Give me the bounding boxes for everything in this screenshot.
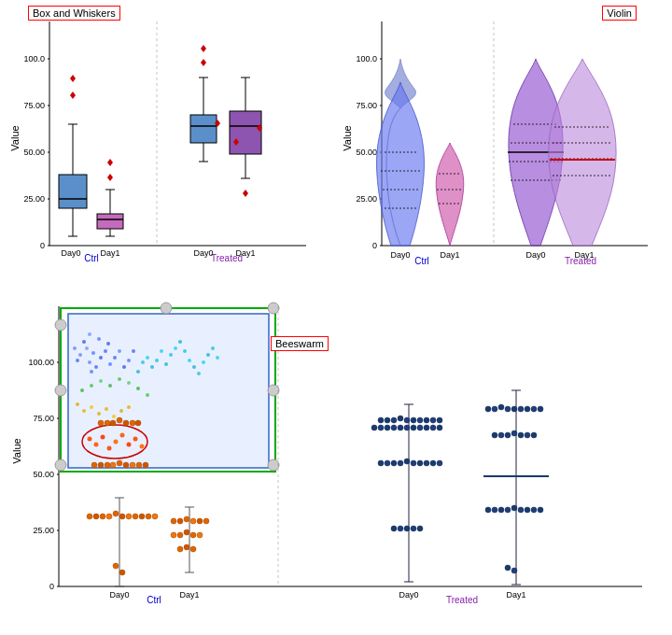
svg-text:Ctrl: Ctrl	[414, 256, 429, 266]
svg-text:100.00: 100.00	[28, 358, 54, 367]
svg-point-151	[119, 409, 123, 413]
svg-point-282	[492, 507, 497, 513]
svg-text:Day0: Day0	[390, 250, 410, 260]
svg-point-255	[437, 460, 442, 466]
svg-point-253	[424, 460, 429, 466]
svg-point-271	[525, 406, 530, 412]
violin-svg: Value 0 25.00 50.00 75.00 100.0	[340, 7, 666, 283]
violin-panel: Violin Value 0 25.00 50.00 75.00 100.0	[332, 0, 672, 289]
svg-point-118	[132, 349, 135, 353]
svg-point-198	[146, 514, 151, 519]
svg-point-238	[391, 425, 397, 430]
svg-point-236	[378, 425, 384, 430]
svg-point-233	[430, 417, 436, 423]
svg-point-154	[88, 437, 92, 442]
svg-point-281	[485, 507, 491, 513]
svg-point-108	[108, 362, 112, 366]
svg-point-149	[105, 407, 108, 411]
svg-point-129	[183, 349, 187, 353]
svg-point-148	[97, 412, 101, 416]
svg-point-125	[164, 362, 168, 366]
svg-point-139	[99, 379, 103, 383]
svg-point-266	[492, 406, 497, 412]
svg-point-119	[136, 370, 140, 374]
svg-point-109	[113, 356, 117, 360]
svg-marker-41	[243, 190, 248, 197]
svg-point-161	[133, 437, 138, 442]
svg-point-133	[202, 360, 205, 364]
svg-point-276	[505, 432, 511, 438]
svg-point-247	[385, 460, 390, 466]
svg-point-213	[184, 529, 189, 535]
svg-point-229	[404, 417, 410, 423]
svg-point-280	[531, 432, 537, 438]
svg-point-144	[146, 393, 149, 397]
svg-point-214	[190, 532, 196, 538]
svg-point-209	[197, 518, 203, 524]
beeswarm-svg: Value 0 25.00 50.00 75.00 100.00	[7, 297, 661, 628]
svg-text:25.00: 25.00	[356, 194, 377, 204]
svg-point-275	[498, 432, 504, 438]
svg-point-287	[525, 507, 530, 513]
svg-point-277	[511, 430, 517, 436]
svg-point-191	[100, 514, 105, 519]
svg-marker-24	[107, 159, 113, 166]
svg-marker-34	[201, 45, 206, 52]
svg-point-274	[492, 432, 497, 438]
svg-point-100	[94, 365, 98, 369]
svg-point-252	[417, 460, 423, 466]
svg-point-188	[143, 462, 148, 468]
svg-point-179	[135, 420, 141, 426]
svg-point-218	[190, 546, 196, 552]
box-whiskers-svg: Value 0 25.00 50.00 75.00 100.0	[7, 7, 325, 283]
svg-point-177	[123, 420, 129, 426]
svg-point-122	[150, 365, 154, 369]
svg-point-272	[531, 406, 537, 412]
svg-text:Day0: Day0	[193, 248, 213, 258]
svg-point-288	[531, 507, 537, 513]
svg-text:Day0: Day0	[109, 590, 129, 600]
svg-point-286	[518, 507, 524, 513]
svg-point-182	[105, 462, 110, 468]
svg-point-159	[120, 433, 125, 438]
svg-text:Day1: Day1	[574, 250, 594, 260]
svg-point-176	[117, 417, 122, 423]
svg-point-99	[90, 370, 93, 374]
svg-point-114	[76, 359, 79, 362]
svg-text:Day1: Day1	[506, 590, 525, 600]
svg-point-180	[91, 462, 97, 468]
svg-rect-31	[190, 115, 217, 143]
svg-point-175	[110, 420, 116, 426]
svg-text:75.00: 75.00	[23, 101, 45, 110]
svg-point-241	[411, 425, 416, 430]
box-whiskers-title: Box and Whiskers	[28, 6, 120, 21]
svg-point-102	[99, 356, 103, 360]
svg-point-158	[114, 440, 119, 444]
svg-point-207	[184, 516, 189, 522]
svg-point-104	[85, 346, 89, 350]
svg-point-265	[485, 406, 491, 412]
svg-point-131	[192, 365, 196, 369]
svg-point-250	[404, 459, 410, 464]
svg-text:0: 0	[40, 241, 45, 250]
svg-text:75.00: 75.00	[33, 414, 54, 423]
svg-point-244	[430, 425, 436, 430]
svg-point-195	[126, 514, 132, 519]
svg-point-206	[177, 518, 183, 524]
svg-marker-18	[70, 92, 76, 99]
svg-text:25.00: 25.00	[23, 194, 45, 204]
svg-point-167	[268, 303, 279, 314]
svg-point-216	[177, 546, 183, 552]
svg-point-243	[424, 425, 429, 430]
svg-point-138	[90, 384, 93, 388]
svg-text:Ctrl: Ctrl	[147, 595, 161, 605]
svg-point-268	[505, 406, 511, 412]
svg-point-283	[498, 507, 504, 513]
svg-rect-22	[97, 214, 123, 229]
svg-point-146	[82, 409, 86, 413]
svg-point-196	[133, 514, 138, 519]
svg-point-225	[378, 417, 384, 423]
svg-marker-25	[107, 174, 113, 181]
svg-point-132	[197, 372, 201, 375]
svg-point-165	[55, 459, 66, 471]
